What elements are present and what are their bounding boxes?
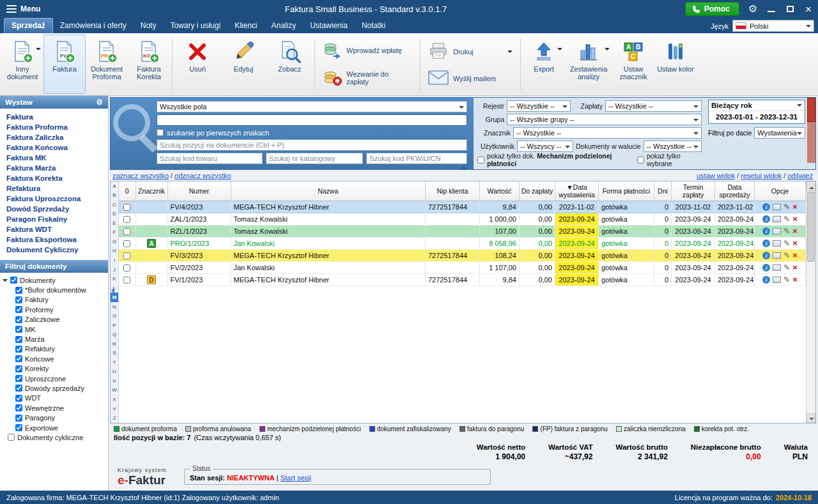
info-icon[interactable]: i [762, 227, 770, 235]
set-marker-button[interactable]: ABC Ustaw znacznik [612, 34, 654, 94]
alpha-G[interactable]: G [111, 237, 118, 247]
column-header-numer[interactable]: Numer [167, 181, 231, 201]
filter-checkbox-*Bufor dokumentów[interactable] [15, 287, 22, 294]
wystaw-item-Paragon Fiskalny[interactable]: Paragon Fiskalny [0, 214, 108, 224]
filter-checkbox-Korekty[interactable] [15, 365, 22, 372]
filter-checkbox-Proformy[interactable] [15, 306, 22, 313]
wystaw-item-Faktura MK[interactable]: Faktura MK [0, 153, 108, 163]
wystaw-item-Faktura Korekta[interactable]: Faktura Korekta [0, 173, 108, 183]
menu-hamburger-icon[interactable] [6, 5, 17, 13]
settings-gear-icon[interactable]: ⚙ [748, 4, 757, 14]
enter-payment-button[interactable]: Wprowadź wpłatę [317, 38, 418, 63]
alpha-I[interactable]: I [111, 256, 118, 265]
scroll-down-arrow[interactable] [806, 413, 815, 423]
first-chars-option[interactable]: szukanie po pierwszych znakach [157, 128, 467, 137]
view-button[interactable]: Zobacz [266, 34, 313, 94]
export-button[interactable]: Export [523, 34, 565, 94]
row-checkbox[interactable] [123, 216, 130, 223]
alpha-J[interactable]: J [111, 265, 118, 275]
info-icon[interactable]: i [762, 264, 770, 271]
date-filter-select[interactable]: Wystawienia [754, 127, 805, 139]
close-button[interactable]: × [805, 4, 812, 15]
info-icon[interactable]: i [762, 215, 770, 223]
search-catalog-input[interactable] [266, 153, 364, 164]
info-icon[interactable]: i [762, 252, 770, 259]
wystaw-item-Faktura Marża[interactable]: Faktura Marża [0, 163, 108, 173]
preview-icon[interactable] [773, 264, 781, 271]
table-row-FV/2/2023[interactable]: FV/2/2023Jan Kowalski1 107,000,002023-09… [119, 261, 806, 273]
table-row-FV/4/2023[interactable]: FV/4/2023MEGA-TECH Krzysztof Hibner72725… [119, 201, 806, 213]
delete-icon[interactable]: × [792, 264, 798, 271]
search-pkwiu-input[interactable] [366, 153, 467, 164]
filter-collapse-icon[interactable] [459, 162, 467, 170]
alpha-D[interactable]: D [111, 210, 118, 219]
delete-icon[interactable]: × [792, 240, 798, 247]
wystaw-item-Faktura Uproszczona[interactable]: Faktura Uproszczona [0, 194, 108, 204]
delete-icon[interactable]: × [792, 203, 798, 211]
date-preset-select[interactable]: Bieżący rok [709, 100, 805, 111]
alpha-V[interactable]: V [111, 376, 118, 386]
start-session-link[interactable]: Start sesji [281, 474, 311, 482]
preview-icon[interactable] [773, 216, 781, 222]
set-color-button[interactable]: Ustaw kolor [654, 34, 697, 94]
table-row-PRO/1/2023[interactable]: APRO/1/2023Jan Kowalski8 058,960,002023-… [119, 237, 806, 249]
other-document-button[interactable]: Inny dokument [1, 34, 43, 94]
edit-icon[interactable]: ✎ [783, 276, 790, 284]
table-row-FV/1/2023[interactable]: DFV/1/2023MEGA-TECH Krzysztof Hibner7272… [119, 273, 806, 286]
set-view-link[interactable]: ustaw widok [697, 172, 735, 179]
column-header-forma[interactable]: Forma płatności [599, 181, 654, 201]
column-header-opcje[interactable]: Opcje [755, 181, 806, 201]
filter-checkbox-WDT[interactable] [15, 395, 22, 402]
alpha-E[interactable]: E [111, 218, 118, 228]
wystaw-item-Dowód Sprzedaży[interactable]: Dowód Sprzedaży [0, 204, 108, 214]
row-checkbox[interactable] [123, 252, 130, 259]
menu-label[interactable]: Menu [20, 4, 40, 13]
alpha-W[interactable]: W [111, 386, 118, 395]
delete-icon[interactable]: × [792, 227, 798, 235]
first-chars-checkbox[interactable] [157, 129, 164, 136]
edit-icon[interactable]: ✎ [783, 203, 790, 211]
panel-edge-marker[interactable] [807, 98, 815, 122]
tab-Ustawienia[interactable]: Ustawienia [303, 19, 355, 33]
zaplaty-select[interactable]: -- Wszystkie -- [605, 100, 702, 112]
waluta-select[interactable]: -- Wszystkie -- [644, 141, 702, 152]
info-icon[interactable]: i [762, 240, 770, 247]
table-row-FV/3/2023[interactable]: FV/3/2023MEGA-TECH Krzysztof Hibner72725… [119, 249, 806, 261]
edit-icon[interactable]: ✎ [783, 252, 790, 259]
delete-icon[interactable]: × [792, 215, 798, 223]
wystaw-item-Faktura Zaliczka[interactable]: Faktura Zaliczka [0, 132, 108, 142]
filter-checkbox-Marża[interactable] [15, 336, 22, 343]
new-correction-button[interactable]: KOR Faktura Korekta [128, 34, 170, 94]
wystaw-item-Refaktura[interactable]: Refaktura [0, 183, 108, 194]
znacznik-select[interactable]: -- Wszystkie -- [513, 127, 702, 139]
wystaw-item-Faktura Eksportowa[interactable]: Faktura Eksportowa [0, 234, 108, 245]
column-header-data_sprzedazy[interactable]: Data sprzedaży [715, 181, 755, 201]
wystaw-item-Faktura WDT[interactable]: Faktura WDT [0, 224, 108, 234]
search-item-code-input[interactable] [157, 153, 263, 164]
preview-icon[interactable] [773, 252, 781, 259]
wystaw-item-Faktura[interactable]: Faktura [0, 112, 108, 122]
tree-expander-icon[interactable] [3, 279, 8, 284]
row-checkbox[interactable] [123, 228, 130, 235]
tab-Zamówienia i oferty[interactable]: Zamówienia i oferty [53, 19, 134, 33]
refresh-link[interactable]: odśwież [787, 172, 813, 179]
preview-icon[interactable] [773, 277, 781, 283]
alpha-Y[interactable]: Y [111, 404, 118, 414]
alpha-M[interactable]: M [111, 293, 118, 302]
alpha-O[interactable]: O [111, 311, 118, 321]
row-checkbox[interactable] [123, 264, 130, 271]
alpha-S[interactable]: S [111, 349, 118, 358]
row-checkbox[interactable] [123, 240, 130, 247]
tab-Klienci[interactable]: Klienci [228, 19, 264, 33]
edit-icon[interactable]: ✎ [783, 227, 790, 235]
wystaw-item-Faktura Końcowa[interactable]: Faktura Końcowa [0, 142, 108, 153]
column-header-dni[interactable]: Dni [654, 181, 672, 201]
preview-icon[interactable] [773, 204, 781, 210]
alpha-F[interactable]: F [111, 228, 118, 238]
column-header-znacznik[interactable]: Znacznik [135, 181, 167, 201]
filter-checkbox-Dokumenty[interactable] [10, 277, 17, 284]
tab-Towary i usługi[interactable]: Towary i usługi [163, 19, 228, 33]
vertical-scrollbar[interactable] [806, 181, 815, 423]
alpha-B[interactable]: B [111, 191, 118, 201]
tab-Sprzedaż[interactable]: Sprzedaż [4, 18, 53, 33]
